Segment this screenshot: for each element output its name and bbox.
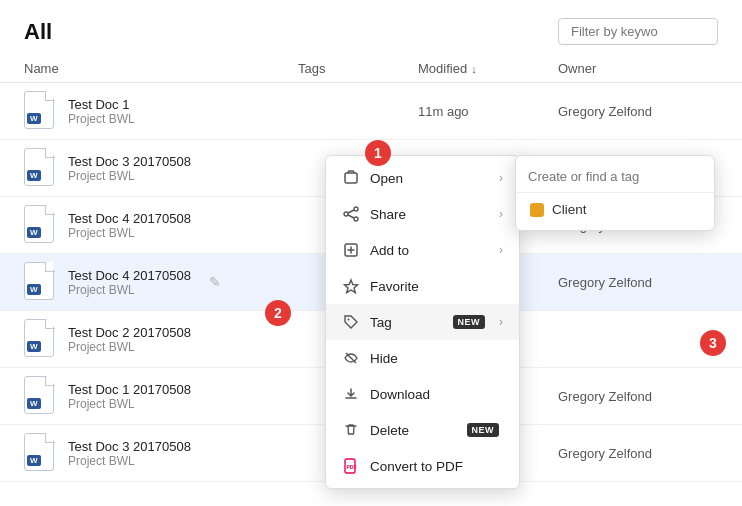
file-project: Project BWL xyxy=(68,112,135,126)
filter-input[interactable] xyxy=(558,18,718,45)
svg-point-2 xyxy=(344,212,348,216)
step-badge-3: 3 xyxy=(700,330,726,356)
file-cell: W Test Doc 3 20170508 Project BWL xyxy=(24,148,298,188)
menu-label-download: Download xyxy=(370,387,503,402)
svg-marker-5 xyxy=(345,280,358,293)
file-project: Project BWL xyxy=(68,226,191,240)
file-name: Test Doc 2 20170508 xyxy=(68,325,191,340)
menu-label-tag: Tag xyxy=(370,315,443,330)
file-icon: W xyxy=(24,91,58,131)
file-project: Project BWL xyxy=(68,283,191,297)
svg-point-6 xyxy=(348,319,350,321)
file-project: Project BWL xyxy=(68,454,191,468)
menu-item-favorite[interactable]: Favorite xyxy=(326,268,519,304)
file-project: Project BWL xyxy=(68,397,191,411)
table-header: Name Tags Modified ↓ Owner xyxy=(0,55,742,83)
file-names: Test Doc 4 20170508 Project BWL xyxy=(68,268,191,297)
col-owner: Owner xyxy=(558,61,718,76)
file-icon: W xyxy=(24,148,58,188)
owner-cell: Gregory Zelfond xyxy=(558,104,718,119)
file-cell: W Test Doc 4 20170508 Project BWL ✎ xyxy=(24,262,298,302)
tag-submenu: Client xyxy=(515,155,715,231)
file-names: Test Doc 3 20170508 Project BWL xyxy=(68,154,191,183)
file-name: Test Doc 1 xyxy=(68,97,135,112)
sort-arrow-icon: ↓ xyxy=(471,63,477,75)
menu-label-share: Share xyxy=(370,207,489,222)
add-arrow-icon: › xyxy=(499,243,503,257)
file-project: Project BWL xyxy=(68,169,191,183)
page-container: All Name Tags Modified ↓ Owner W Test Do… xyxy=(0,0,742,506)
col-name: Name xyxy=(24,61,298,76)
svg-point-3 xyxy=(354,217,358,221)
menu-item-add-to[interactable]: Add to › xyxy=(326,232,519,268)
tag-label-client: Client xyxy=(552,202,587,217)
file-project: Project BWL xyxy=(68,340,191,354)
share-icon xyxy=(342,205,360,223)
svg-text:PDF: PDF xyxy=(347,464,357,470)
star-icon xyxy=(342,277,360,295)
svg-rect-0 xyxy=(345,173,357,183)
pdf-icon: PDF xyxy=(342,457,360,475)
tag-search-area xyxy=(516,160,714,193)
svg-point-1 xyxy=(354,207,358,211)
col-modified: Modified ↓ xyxy=(418,61,558,76)
file-name: Test Doc 3 20170508 xyxy=(68,154,191,169)
file-cell: W Test Doc 4 20170508 Project BWL xyxy=(24,205,298,245)
menu-item-download[interactable]: Download xyxy=(326,376,519,412)
open-icon xyxy=(342,169,360,187)
file-icon: W xyxy=(24,205,58,245)
file-icon: W xyxy=(24,376,58,416)
page-title: All xyxy=(24,19,52,45)
file-names: Test Doc 3 20170508 Project BWL xyxy=(68,439,191,468)
modified-cell: 11m ago xyxy=(418,104,558,119)
step-badge-2: 2 xyxy=(265,300,291,326)
menu-label-delete: Delete xyxy=(370,423,457,438)
tag-item-client[interactable]: Client xyxy=(516,193,714,226)
new-badge-tag: NEW xyxy=(453,315,486,329)
file-cell: W Test Doc 1 Project BWL xyxy=(24,91,298,131)
menu-label-open: Open xyxy=(370,171,489,186)
menu-item-delete[interactable]: Delete NEW xyxy=(326,412,519,448)
file-names: Test Doc 2 20170508 Project BWL xyxy=(68,325,191,354)
context-menu: Open › Share › Add to › Favorite xyxy=(325,155,520,489)
owner-cell: Gregory Zelfond xyxy=(558,389,718,404)
open-arrow-icon: › xyxy=(499,171,503,185)
tag-arrow-icon: › xyxy=(499,315,503,329)
owner-cell: Gregory Zelfond xyxy=(558,275,718,290)
file-cell: W Test Doc 3 20170508 Project BWL xyxy=(24,433,298,473)
file-icon: W xyxy=(24,319,58,359)
file-names: Test Doc 4 20170508 Project BWL xyxy=(68,211,191,240)
hide-icon xyxy=(342,349,360,367)
menu-label-add-to: Add to xyxy=(370,243,489,258)
add-icon xyxy=(342,241,360,259)
edit-icon: ✎ xyxy=(209,274,221,290)
file-icon: W xyxy=(24,262,58,302)
file-name: Test Doc 4 20170508 xyxy=(68,268,191,283)
owner-cell: Gregory Zelfond xyxy=(558,446,718,461)
download-icon xyxy=(342,385,360,403)
menu-item-convert-pdf[interactable]: PDF Convert to PDF xyxy=(326,448,519,484)
tag-search-input[interactable] xyxy=(528,169,702,184)
menu-item-hide[interactable]: Hide xyxy=(326,340,519,376)
file-icon: W xyxy=(24,433,58,473)
file-name: Test Doc 4 20170508 xyxy=(68,211,191,226)
file-name: Test Doc 1 20170508 xyxy=(68,382,191,397)
tag-color-dot xyxy=(530,203,544,217)
table-row[interactable]: W Test Doc 1 Project BWL 11m ago Gregory… xyxy=(0,83,742,140)
delete-icon xyxy=(342,421,360,439)
file-cell: W Test Doc 2 20170508 Project BWL xyxy=(24,319,298,359)
col-tags: Tags xyxy=(298,61,418,76)
menu-item-open[interactable]: Open › xyxy=(326,160,519,196)
menu-item-share[interactable]: Share › xyxy=(326,196,519,232)
menu-label-convert-pdf: Convert to PDF xyxy=(370,459,503,474)
menu-item-tag[interactable]: Tag NEW › xyxy=(326,304,519,340)
tag-icon xyxy=(342,313,360,331)
file-names: Test Doc 1 Project BWL xyxy=(68,97,135,126)
file-name: Test Doc 3 20170508 xyxy=(68,439,191,454)
menu-label-hide: Hide xyxy=(370,351,503,366)
new-badge-delete: NEW xyxy=(467,423,500,437)
step-badge-1: 1 xyxy=(365,140,391,166)
header: All xyxy=(0,0,742,55)
file-cell: W Test Doc 1 20170508 Project BWL xyxy=(24,376,298,416)
share-arrow-icon: › xyxy=(499,207,503,221)
